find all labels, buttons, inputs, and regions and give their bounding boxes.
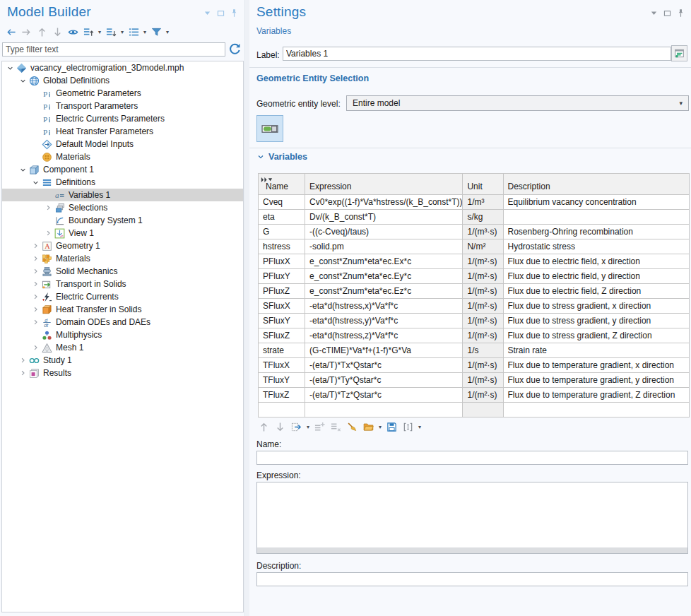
cell-expression[interactable]: -((c-Cveq)/taus) — [305, 225, 463, 239]
tree-item-solid-mechanics[interactable]: Solid Mechanics — [2, 265, 243, 278]
collapse-all-icon[interactable] — [83, 26, 95, 38]
delete-row-icon[interactable] — [330, 421, 342, 433]
cell-expression[interactable] — [305, 403, 463, 417]
tree-item-electric-currents-parameters[interactable]: PElectric Currents Parameters — [2, 112, 243, 125]
column-header-expression[interactable]: Expression — [305, 174, 463, 195]
cell-name[interactable]: PFluxZ — [259, 284, 305, 299]
cell-name[interactable]: Cveq — [259, 195, 305, 210]
expander-closed-icon[interactable] — [43, 203, 54, 213]
expander-closed-icon[interactable] — [30, 241, 41, 251]
tree-item-view-1[interactable]: View 1 — [2, 227, 243, 239]
variables-section-header[interactable]: Variables — [256, 152, 307, 162]
panel-menu-icon[interactable] — [203, 8, 212, 18]
table-row[interactable] — [259, 403, 690, 417]
dropdown-caret-icon[interactable]: ▾ — [166, 26, 169, 38]
expression-textarea[interactable] — [257, 482, 687, 547]
name-input[interactable] — [256, 451, 688, 465]
tree-item-global-definitions[interactable]: Global Definitions — [2, 74, 243, 87]
table-row[interactable]: CveqCv0*exp((1-f)*Va*hstress/(k_B_const*… — [259, 195, 690, 210]
tree-item-vacancy-electromigration-3dmodel-mph[interactable]: vacancy_electromigration_3Dmodel.mph — [2, 61, 243, 74]
tree-item-domain-odes-and-daes[interactable]: ddtDomain ODEs and DAEs — [2, 316, 243, 328]
show-eye-icon[interactable] — [67, 26, 79, 38]
tree-item-materials[interactable]: Materials — [2, 150, 243, 163]
expander-closed-icon[interactable] — [18, 368, 28, 379]
filter-icon[interactable] — [150, 26, 163, 38]
tree-item-electric-currents[interactable]: Electric Currents — [2, 290, 243, 303]
clear-table-icon[interactable] — [346, 421, 358, 433]
cell-expression[interactable]: Cv0*exp((1-f)*Va*hstress/(k_B_const*T)) — [305, 195, 463, 210]
table-row[interactable]: SFluxY-eta*d(hstress,y)*Va*f*c1/(m²·s)Fl… — [259, 314, 690, 328]
cell-expression[interactable]: -(eta/T)*Ty*Qstar*c — [305, 373, 463, 388]
move-down-icon[interactable] — [52, 26, 64, 38]
table-row[interactable]: TFluxY-(eta/T)*Ty*Qstar*c1/(m²·s)Flux du… — [259, 373, 690, 388]
tree-item-geometry-1[interactable]: AGeometry 1 — [2, 239, 243, 252]
table-row[interactable]: strate(G-cTIME)*Va*f+(1-f)*G*Va1/sStrain… — [259, 343, 690, 358]
cell-description[interactable]: Flux due to temperature gradient, x dire… — [503, 358, 689, 373]
tree-item-multiphysics[interactable]: Multiphysics — [2, 328, 243, 341]
cell-name[interactable]: TFluxX — [259, 358, 305, 373]
cell-name[interactable]: eta — [259, 210, 305, 225]
table-row[interactable]: SFluxZ-eta*d(hstress,z)*Va*f*c1/(m²·s)Fl… — [259, 328, 690, 343]
cell-expression[interactable]: Dv/(k_B_const*T) — [305, 210, 463, 225]
cell-description[interactable]: Hydrostatic stress — [503, 239, 689, 254]
tree-item-mesh-1[interactable]: Mesh 1 — [2, 341, 243, 354]
geometric-entity-level-select[interactable]: Entire model ▾ — [346, 95, 689, 111]
expander-closed-icon[interactable] — [30, 279, 41, 290]
cell-description[interactable]: Rosenberg-Ohring recombination — [503, 225, 689, 239]
cell-description[interactable]: Flux due to electric field, Z direction — [503, 284, 689, 299]
cell-name[interactable]: hstress — [259, 239, 305, 254]
expander-closed-icon[interactable] — [30, 317, 41, 328]
expression-hscrollbar[interactable] — [257, 547, 687, 553]
cell-description[interactable]: Flux due to stress gradient, x direction — [503, 299, 689, 314]
rename-note-button[interactable] — [671, 45, 687, 61]
cell-expression[interactable]: -solid.pm — [305, 239, 463, 254]
tree-item-heat-transfer-in-solids[interactable]: Heat Transfer in Solids — [2, 303, 243, 316]
cell-description[interactable]: Strain rate — [503, 343, 689, 358]
tree-item-default-model-inputs[interactable]: Default Model Inputs — [2, 138, 243, 150]
expander-closed-icon[interactable] — [30, 254, 41, 264]
save-file-icon[interactable] — [386, 421, 398, 433]
expander-open-icon[interactable] — [5, 63, 16, 73]
tree-item-variables-1[interactable]: aVariables 1 — [2, 189, 243, 201]
column-header-unit[interactable]: Unit — [463, 174, 503, 195]
move-down-icon[interactable] — [274, 421, 286, 433]
load-file-icon[interactable] — [362, 421, 374, 433]
cell-name[interactable]: TFluxY — [259, 373, 305, 388]
tree-item-definitions[interactable]: Definitions — [2, 176, 243, 189]
cell-name[interactable]: SFluxY — [259, 314, 305, 328]
dropdown-caret-icon[interactable]: ▾ — [307, 421, 309, 433]
table-row[interactable]: hstress-solid.pmN/m²Hydrostatic stress — [259, 239, 690, 254]
cell-expression[interactable]: (G-cTIME)*Va*f+(1-f)*G*Va — [305, 343, 463, 358]
table-row[interactable]: G-((c-Cveq)/taus)1/(m³·s)Rosenberg-Ohrin… — [259, 225, 690, 239]
tree-item-boundary-system-1[interactable]: Boundary System 1 — [2, 214, 243, 227]
dropdown-caret-icon[interactable]: ▾ — [379, 421, 382, 433]
cell-expression[interactable]: -eta*d(hstress,x)*Va*f*c — [305, 299, 463, 314]
tree-item-results[interactable]: Results — [2, 367, 243, 379]
cell-expression[interactable]: e_const*Znum*eta*ec.Ey*c — [305, 269, 463, 284]
table-row[interactable]: SFluxX-eta*d(hstress,x)*Va*f*c1/(m²·s)Fl… — [259, 299, 690, 314]
pin-panel-icon[interactable] — [676, 8, 685, 18]
cell-description[interactable] — [503, 403, 689, 417]
dropdown-caret-icon[interactable]: ▾ — [121, 26, 124, 38]
tree-item-heat-transfer-parameters[interactable]: PHeat Transfer Parameters — [2, 125, 243, 138]
column-header-name[interactable]: Name — [259, 174, 305, 195]
cell-expression[interactable]: e_const*Znum*eta*ec.Ex*c — [305, 254, 463, 269]
node-text-icon[interactable] — [128, 26, 140, 38]
table-row[interactable]: PFluxZe_const*Znum*eta*ec.Ez*c1/(m²·s)Fl… — [259, 284, 690, 299]
forward-arrow-icon[interactable] — [20, 26, 33, 38]
cell-description[interactable]: Flux due to stress gradient, y direction — [503, 314, 689, 328]
table-row[interactable]: PFluxXe_const*Znum*eta*ec.Ex*c1/(m²·s)Fl… — [259, 254, 690, 269]
description-input[interactable] — [256, 572, 688, 586]
cell-expression[interactable]: -eta*d(hstress,y)*Va*f*c — [305, 314, 463, 328]
expander-closed-icon[interactable] — [30, 292, 41, 302]
dropdown-caret-icon[interactable]: ▾ — [98, 26, 101, 38]
cell-name[interactable]: PFluxX — [259, 254, 305, 269]
cell-name[interactable]: strate — [259, 343, 305, 358]
move-up-icon[interactable] — [36, 26, 48, 38]
tree-item-selections[interactable]: Selections — [2, 201, 243, 214]
cell-name[interactable]: SFluxZ — [259, 328, 305, 343]
cell-name[interactable]: SFluxX — [259, 299, 305, 314]
column-header-description[interactable]: Description — [503, 174, 689, 195]
tree-item-transport-in-solids[interactable]: Transport in Solids — [2, 278, 243, 290]
cell-expression[interactable]: e_const*Znum*eta*ec.Ez*c — [305, 284, 463, 299]
